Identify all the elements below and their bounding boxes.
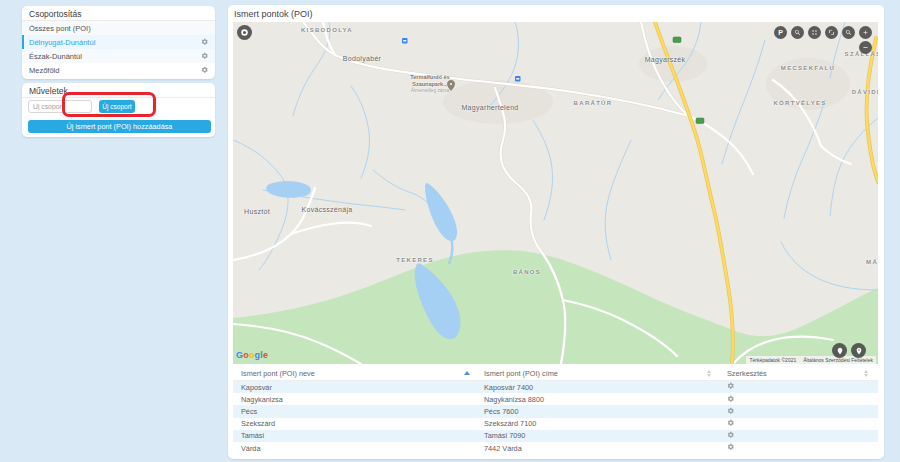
- poi-address-cell: Tamási 7090: [478, 431, 715, 440]
- poi-address-cell: 7442 Várda: [478, 444, 715, 453]
- poi-edit-cell: [715, 443, 878, 453]
- poi-name-cell: Kaposvár: [233, 383, 478, 392]
- add-poi-button[interactable]: Új ismert pont (POI) hozzáadása: [28, 120, 211, 133]
- map-graphics: [233, 22, 878, 364]
- map-controls: P: [774, 26, 872, 54]
- map-marker-controls: [832, 343, 866, 358]
- gear-icon[interactable]: [201, 66, 209, 74]
- page: Csoportosítás Összes pont (POI)Délnyugat…: [0, 0, 900, 462]
- gear-icon[interactable]: [727, 407, 735, 415]
- header-label: Ismert pont (POI) neve: [241, 369, 315, 378]
- sidebar-group-item[interactable]: Délnyugat-Dunántúl: [22, 35, 215, 49]
- sidebar-group-item[interactable]: Észak-Dunántúl: [22, 49, 215, 63]
- grouping-panel: Csoportosítás Összes pont (POI)Délnyugat…: [22, 6, 215, 79]
- group-label: Mezőföld: [29, 66, 59, 75]
- search-icon: [794, 29, 801, 36]
- p-icon: P: [778, 29, 783, 36]
- minus-icon: [862, 44, 869, 51]
- poi-address-cell: Kaposvár 7400: [478, 383, 715, 392]
- sidebar-group-item[interactable]: Mezőföld: [22, 63, 215, 77]
- column-header-name[interactable]: Ismert pont (POI) neve: [233, 366, 478, 380]
- group-label: Összes pont (POI): [29, 24, 91, 33]
- operations-panel-title: Műveletek: [22, 83, 215, 98]
- poi-name-cell: Nagykanizsa: [233, 395, 478, 404]
- sort-ascending-icon[interactable]: [464, 371, 470, 375]
- poi-name-cell: Pécs: [233, 407, 478, 416]
- new-group-row: Új csoport: [28, 100, 135, 113]
- gear-icon[interactable]: [201, 52, 209, 60]
- poi-address-cell: Nagykanizsa 8800: [478, 395, 715, 404]
- poi-address-cell: Szekszárd 7100: [478, 419, 715, 428]
- map-zoom-in-button[interactable]: [859, 26, 872, 39]
- poi-table: Ismert pont (POI) neve Ismert pont (POI)…: [233, 366, 878, 454]
- group-label: Délnyugat-Dunántúl: [29, 38, 95, 47]
- table-row[interactable]: TamásiTamási 7090: [233, 430, 878, 442]
- gear-icon[interactable]: [727, 443, 735, 451]
- poi-edit-cell: [715, 382, 878, 392]
- header-label: Ismert pont (POI) címe: [484, 369, 558, 378]
- map-zoom-out-button[interactable]: [859, 41, 872, 54]
- poi-edit-cell: [715, 419, 878, 429]
- plus-icon: [862, 29, 869, 36]
- table-row[interactable]: SzekszárdSzekszárd 7100: [233, 418, 878, 430]
- new-group-button[interactable]: Új csoport: [99, 100, 135, 113]
- dots-icon: [811, 29, 818, 36]
- column-header-edit[interactable]: Szerkesztés: [715, 366, 878, 380]
- group-label: Észak-Dunántúl: [29, 52, 82, 61]
- sidebar-group-item[interactable]: Összes pont (POI): [22, 21, 215, 35]
- area-select-icon: [828, 29, 835, 36]
- operations-panel: Műveletek Új csoport Új ismert pont (POI…: [22, 83, 215, 137]
- donut-icon: [240, 28, 249, 37]
- group-list: Összes pont (POI)Délnyugat-DunántúlÉszak…: [22, 21, 215, 77]
- marker-cluster-button[interactable]: [237, 25, 252, 40]
- google-logo-letter: e: [263, 350, 268, 360]
- marker-icon: [836, 347, 844, 355]
- attribution-copyright: Térképadatok ©2021: [749, 357, 796, 363]
- google-logo: Google: [236, 350, 268, 360]
- poi-address-cell: Pécs 7600: [478, 407, 715, 416]
- page-title: Ismert pontok (POI): [228, 5, 884, 23]
- table-row[interactable]: NagykanizsaNagykanizsa 8800: [233, 393, 878, 405]
- poi-panel: Ismert pontok (POI): [228, 5, 884, 459]
- table-row[interactable]: KaposvárKaposvár 7400: [233, 381, 878, 393]
- table-body: KaposvárKaposvár 7400NagykanizsaNagykani…: [233, 381, 878, 454]
- poi-name-cell: Szekszárd: [233, 419, 478, 428]
- column-header-address[interactable]: Ismert pont (POI) címe: [478, 366, 715, 380]
- table-row[interactable]: PécsPécs 7600: [233, 405, 878, 417]
- grouping-panel-title: Csoportosítás: [22, 6, 215, 21]
- location-pin-button[interactable]: [851, 343, 866, 358]
- sort-icon[interactable]: [864, 370, 868, 377]
- new-group-input[interactable]: [28, 100, 92, 113]
- gear-icon[interactable]: [727, 382, 735, 390]
- table-row[interactable]: Várda7442 Várda: [233, 442, 878, 454]
- search-icon: [845, 29, 852, 36]
- gear-icon[interactable]: [727, 431, 735, 439]
- sort-icon[interactable]: [707, 370, 711, 377]
- map-canvas[interactable]: KISBODOLYABodolyabérMagyarszékSZÁLLÁSMEC…: [233, 22, 878, 364]
- gear-icon[interactable]: [727, 395, 735, 403]
- gear-icon[interactable]: [727, 419, 735, 427]
- map-area-select-button[interactable]: [825, 26, 838, 39]
- map-button-p[interactable]: P: [774, 26, 787, 39]
- table-header-row: Ismert pont (POI) neve Ismert pont (POI)…: [233, 366, 878, 381]
- poi-edit-cell: [715, 395, 878, 405]
- poi-edit-cell: [715, 431, 878, 441]
- map-search-button[interactable]: [791, 26, 804, 39]
- map-fit-bounds-button[interactable]: [808, 26, 821, 39]
- map-zoom-search-button[interactable]: [842, 26, 855, 39]
- poi-name-cell: Tamási: [233, 431, 478, 440]
- markers-toggle-button[interactable]: [832, 343, 847, 358]
- location-pin-icon: [855, 347, 863, 355]
- poi-name-cell: Várda: [233, 444, 478, 453]
- header-label: Szerkesztés: [727, 369, 767, 378]
- poi-edit-cell: [715, 407, 878, 417]
- gear-icon[interactable]: [201, 38, 209, 46]
